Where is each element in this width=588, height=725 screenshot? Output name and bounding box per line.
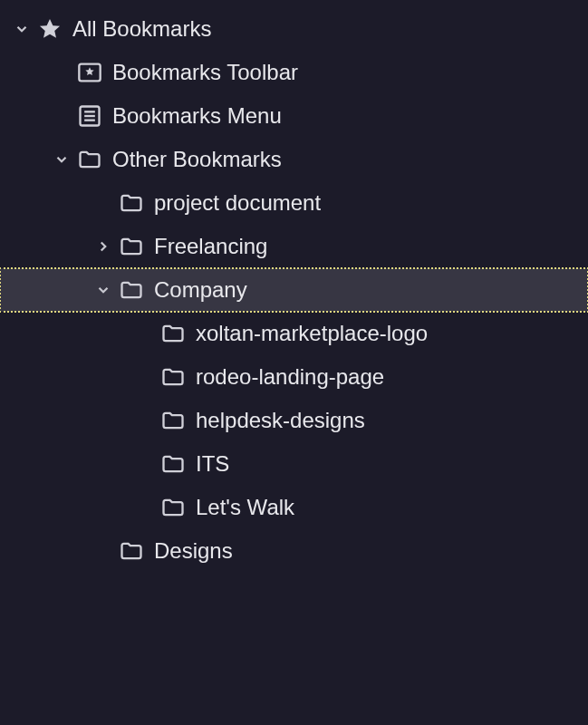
folder-icon [116,536,147,566]
tree-item-label: All Bookmarks [72,16,211,42]
tree-item-xoltan-marketplace-logo[interactable]: xoltan-marketplace-logo [0,312,588,355]
star-icon [34,14,65,44]
folder-icon [74,144,105,175]
chevron-down-icon[interactable] [49,147,74,172]
toolbar-icon [74,57,105,88]
tree-item-project-document[interactable]: project document [0,181,588,225]
tree-item-label: rodeo-landing-page [196,364,384,390]
tree-item-label: Other Bookmarks [112,147,282,172]
bookmarks-tree: All Bookmarks Bookmarks Toolbar Bookmark… [0,0,588,580]
folder-icon [116,275,147,305]
folder-icon [116,231,147,262]
tree-item-rodeo-landing-page[interactable]: rodeo-landing-page [0,355,588,399]
folder-icon [116,188,147,218]
chevron-right-icon[interactable] [91,234,116,259]
tree-item-lets-walk[interactable]: Let's Walk [0,486,588,529]
chevron-down-icon[interactable] [9,16,34,42]
tree-item-label: Bookmarks Menu [112,103,282,129]
tree-item-freelancing[interactable]: Freelancing [0,225,588,268]
tree-item-label: Freelancing [154,234,267,259]
tree-item-bookmarks-toolbar[interactable]: Bookmarks Toolbar [0,51,588,94]
tree-item-designs[interactable]: Designs [0,529,588,573]
tree-item-other-bookmarks[interactable]: Other Bookmarks [0,138,588,181]
tree-item-label: ITS [196,451,229,477]
tree-item-label: xoltan-marketplace-logo [196,321,428,346]
tree-item-label: Let's Walk [196,495,294,520]
tree-item-helpdesk-designs[interactable]: helpdesk-designs [0,399,588,442]
folder-icon [158,362,188,392]
menu-icon [74,101,105,131]
tree-item-all-bookmarks[interactable]: All Bookmarks [0,7,588,51]
chevron-down-icon[interactable] [91,277,116,303]
tree-item-label: project document [154,190,321,216]
tree-item-label: Bookmarks Toolbar [112,60,298,85]
tree-item-its[interactable]: ITS [0,442,588,486]
folder-icon [158,318,188,349]
folder-icon [158,405,188,436]
tree-item-label: Designs [154,538,233,564]
tree-item-label: helpdesk-designs [196,408,365,433]
tree-item-label: Company [154,277,247,303]
tree-item-company[interactable]: Company [0,268,588,312]
tree-item-bookmarks-menu[interactable]: Bookmarks Menu [0,94,588,138]
folder-icon [158,492,188,523]
folder-icon [158,449,188,479]
